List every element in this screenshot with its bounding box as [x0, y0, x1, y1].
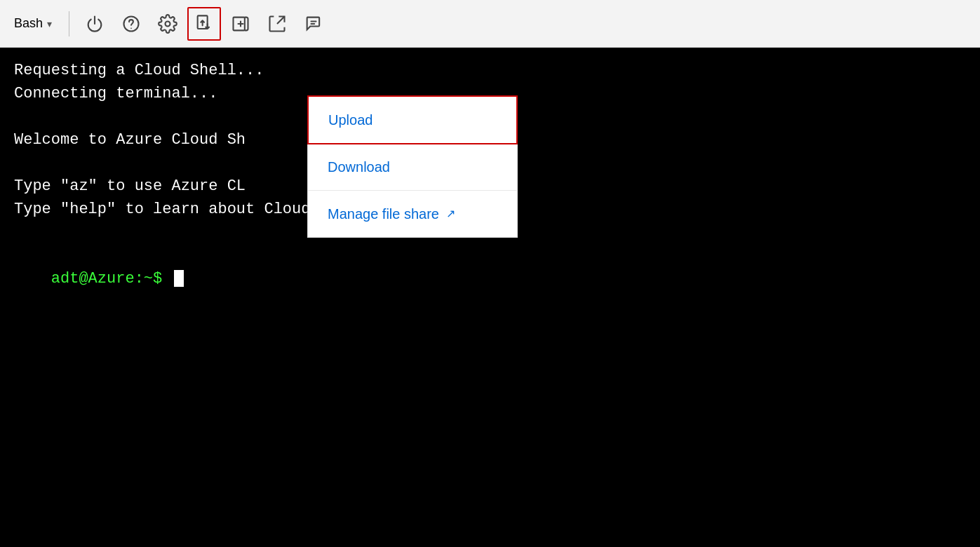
terminal-line-1: Requesting a Cloud Shell... [14, 59, 966, 82]
toolbar-divider [69, 11, 69, 36]
upload-label: Upload [328, 109, 372, 130]
settings-button[interactable] [151, 7, 184, 41]
terminal-prompt-line: adt@Azure:~$ [14, 244, 966, 313]
terminal-prompt: adt@Azure:~$ [51, 270, 172, 288]
settings-icon [158, 14, 177, 34]
download-label: Download [328, 156, 390, 177]
svg-point-1 [130, 27, 132, 29]
toolbar: Bash ▾ [0, 0, 980, 48]
upload-download-icon [194, 14, 214, 34]
help-icon [121, 14, 141, 34]
external-link-icon: ↗ [446, 205, 455, 222]
upload-download-button[interactable] [187, 7, 221, 41]
power-icon [85, 14, 105, 34]
new-session-button[interactable] [224, 7, 257, 41]
terminal-cursor [174, 270, 184, 287]
download-menu-item[interactable]: Download [308, 144, 517, 191]
chevron-down-icon: ▾ [47, 18, 52, 29]
feedback-button[interactable] [297, 7, 330, 41]
editor-button[interactable] [260, 7, 294, 41]
terminal: Requesting a Cloud Shell... Connecting t… [0, 48, 980, 547]
feedback-icon [304, 14, 323, 34]
shell-selector[interactable]: Bash ▾ [6, 12, 60, 35]
manage-file-share-label: Manage file share [328, 203, 439, 224]
new-session-icon [231, 14, 250, 34]
manage-file-share-menu-item[interactable]: Manage file share ↗ [308, 191, 517, 237]
upload-menu-item[interactable]: Upload [307, 95, 518, 144]
shell-selector-label: Bash [14, 16, 43, 31]
upload-download-menu: Upload Download Manage file share ↗ [307, 95, 518, 238]
power-button[interactable] [78, 7, 112, 41]
svg-point-2 [166, 21, 170, 26]
editor-icon [267, 14, 287, 34]
help-button[interactable] [114, 7, 148, 41]
